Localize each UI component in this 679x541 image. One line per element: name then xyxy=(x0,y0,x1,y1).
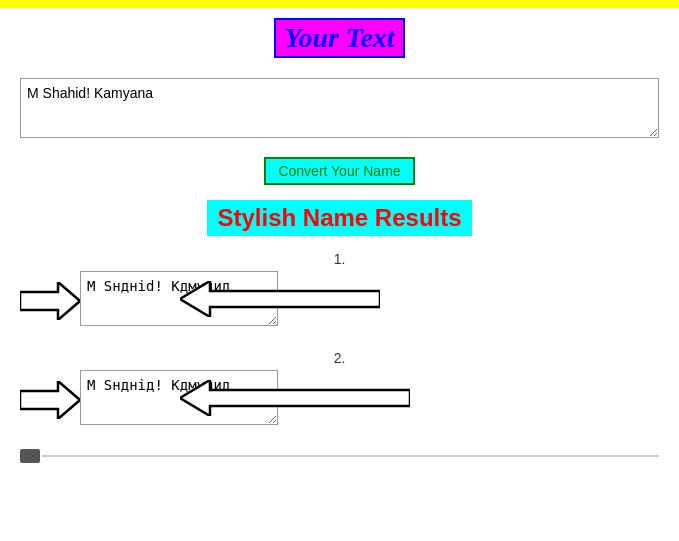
scrollbar-thumb[interactable] xyxy=(20,449,40,463)
result-item-2: 2. M Ѕнднід! Кдмулид xyxy=(20,350,659,429)
result-textarea-1[interactable]: M Ѕндніd! Кдмудид xyxy=(80,271,278,326)
result-number-1: 1. xyxy=(20,251,659,267)
right-arrow-icon-2 xyxy=(20,381,80,419)
convert-btn-container: Convert Your Name xyxy=(20,157,659,185)
title-container: Your Text xyxy=(20,18,659,58)
svg-marker-2 xyxy=(20,381,80,419)
page-title: Your Text xyxy=(274,18,404,58)
page-content: Your Text Convert Your Name Stylish Name… xyxy=(0,8,679,483)
scrollbar-track xyxy=(42,455,659,457)
name-input[interactable] xyxy=(20,78,659,138)
result-wrapper-2: M Ѕнднід! Кдмулид xyxy=(80,370,659,429)
scrollbar-area xyxy=(20,449,659,463)
svg-marker-0 xyxy=(20,282,80,320)
input-area xyxy=(20,78,659,142)
result-item-1: 1. M Ѕндніd! Кдмудид xyxy=(20,251,659,330)
results-heading-container: Stylish Name Results xyxy=(20,200,659,236)
right-arrow-icon-1 xyxy=(20,282,80,320)
result-row-2: M Ѕнднід! Кдмулид xyxy=(20,370,659,429)
result-row-1: M Ѕндніd! Кдмудид xyxy=(20,271,659,330)
top-bar xyxy=(0,0,679,8)
result-textarea-2[interactable]: M Ѕнднід! Кдмулид xyxy=(80,370,278,425)
convert-button[interactable]: Convert Your Name xyxy=(264,157,414,185)
result-number-2: 2. xyxy=(20,350,659,366)
results-heading: Stylish Name Results xyxy=(207,200,471,236)
result-wrapper-1: M Ѕндніd! Кдмудид xyxy=(80,271,659,330)
